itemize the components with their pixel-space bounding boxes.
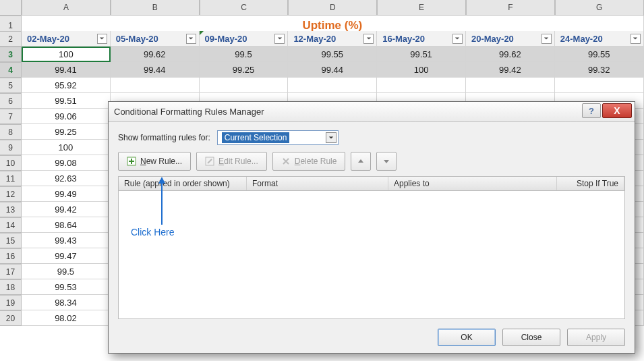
cell[interactable]: 99.55 bbox=[555, 47, 644, 62]
col-format: Format bbox=[247, 177, 388, 190]
row-header-20[interactable]: 20 bbox=[0, 310, 22, 326]
filter-button[interactable] bbox=[363, 34, 374, 44]
move-up-button[interactable] bbox=[351, 152, 371, 171]
cell[interactable]: 99.5 bbox=[200, 47, 289, 62]
cell[interactable]: 98.64 bbox=[22, 217, 111, 233]
ok-button[interactable]: OK bbox=[438, 329, 496, 346]
dialog-titlebar[interactable]: Conditional Formatting Rules Manager ? X bbox=[109, 102, 635, 122]
cell[interactable]: 99.47 bbox=[22, 248, 111, 264]
cell-a3[interactable]: 100 bbox=[22, 47, 111, 62]
row-header-18[interactable]: 18 bbox=[0, 279, 22, 295]
cell[interactable]: 99.43 bbox=[22, 233, 111, 248]
cell[interactable] bbox=[377, 78, 466, 93]
col-header-f[interactable]: F bbox=[466, 0, 555, 16]
filter-button[interactable] bbox=[186, 34, 196, 44]
select-all-corner[interactable] bbox=[0, 0, 22, 16]
date-header[interactable]: 24-May-20 bbox=[555, 31, 644, 47]
col-header-d[interactable]: D bbox=[288, 0, 377, 16]
date-label: 24-May-20 bbox=[560, 34, 603, 44]
chevron-down-icon[interactable] bbox=[326, 132, 336, 143]
cell[interactable] bbox=[288, 78, 377, 93]
help-button[interactable]: ? bbox=[582, 103, 601, 118]
cell[interactable]: 99.42 bbox=[22, 202, 111, 217]
cell[interactable]: 99.5 bbox=[22, 264, 111, 279]
filter-button[interactable] bbox=[541, 34, 552, 44]
cell[interactable]: 99.25 bbox=[200, 62, 289, 78]
cell[interactable]: 99.08 bbox=[22, 155, 111, 171]
cell[interactable]: 99.49 bbox=[22, 186, 111, 202]
row-header-16[interactable]: 16 bbox=[0, 248, 22, 264]
date-header[interactable]: 02-May-20 bbox=[22, 31, 111, 47]
row-header-5[interactable]: 5 bbox=[0, 78, 22, 93]
cell[interactable]: 99.62 bbox=[111, 47, 200, 62]
rules-list[interactable] bbox=[118, 191, 625, 319]
col-stop: Stop If True bbox=[557, 177, 624, 190]
col-header-b[interactable]: B bbox=[111, 0, 200, 16]
cell[interactable]: 99.44 bbox=[288, 62, 377, 78]
col-applies: Applies to bbox=[388, 177, 557, 190]
edit-rule-button[interactable]: Edit Rule... bbox=[196, 152, 267, 171]
filter-button[interactable] bbox=[452, 34, 463, 44]
cell[interactable]: 99.51 bbox=[22, 93, 111, 109]
row-header-17[interactable]: 17 bbox=[0, 264, 22, 279]
conditional-formatting-dialog: Conditional Formatting Rules Manager ? X… bbox=[108, 101, 635, 354]
row-header-15[interactable]: 15 bbox=[0, 233, 22, 248]
date-header[interactable]: 05-May-20 bbox=[111, 31, 200, 47]
row-header-11[interactable]: 11 bbox=[0, 171, 22, 186]
close-icon[interactable]: X bbox=[602, 103, 632, 118]
row-header-2[interactable]: 2 bbox=[0, 31, 22, 47]
row-header-7[interactable]: 7 bbox=[0, 109, 22, 124]
row-header-6[interactable]: 6 bbox=[0, 93, 22, 109]
close-button[interactable]: Close bbox=[502, 329, 560, 346]
cell[interactable]: 95.92 bbox=[22, 78, 111, 93]
row-header-9[interactable]: 9 bbox=[0, 140, 22, 155]
row-header-4[interactable]: 4 bbox=[0, 62, 22, 78]
cell[interactable]: 99.53 bbox=[22, 279, 111, 295]
new-rule-icon bbox=[127, 157, 136, 166]
cell[interactable] bbox=[466, 78, 555, 93]
cell[interactable]: 99.51 bbox=[377, 47, 466, 62]
cell[interactable]: 100 bbox=[22, 140, 111, 155]
date-label: 12-May-20 bbox=[293, 34, 336, 44]
new-rule-button[interactable]: New Rule... bbox=[118, 152, 191, 171]
cell[interactable]: 98.34 bbox=[22, 295, 111, 310]
cell[interactable]: 99.62 bbox=[466, 47, 555, 62]
date-header[interactable]: 20-May-20 bbox=[466, 31, 555, 47]
row-header-8[interactable]: 8 bbox=[0, 124, 22, 140]
cell[interactable]: 99.44 bbox=[111, 62, 200, 78]
row-header-14[interactable]: 14 bbox=[0, 217, 22, 233]
cell[interactable] bbox=[555, 78, 644, 93]
apply-button[interactable]: Apply bbox=[567, 329, 625, 346]
date-header[interactable]: 09-May-20 bbox=[200, 31, 289, 47]
col-header-c[interactable]: C bbox=[200, 0, 289, 16]
delete-rule-label: Delete Rule bbox=[295, 157, 337, 166]
cell[interactable]: 99.42 bbox=[466, 62, 555, 78]
col-header-a[interactable]: A bbox=[22, 0, 111, 16]
filter-button[interactable] bbox=[97, 34, 107, 44]
filter-button[interactable] bbox=[631, 34, 641, 44]
row-header-12[interactable]: 12 bbox=[0, 186, 22, 202]
delete-rule-button[interactable]: Delete Rule bbox=[272, 152, 346, 171]
date-label: 20-May-20 bbox=[471, 34, 514, 44]
row-header-10[interactable]: 10 bbox=[0, 155, 22, 171]
cell[interactable]: 98.02 bbox=[22, 310, 111, 326]
cell[interactable]: 99.25 bbox=[22, 124, 111, 140]
col-header-g[interactable]: G bbox=[555, 0, 644, 16]
cell[interactable]: 99.55 bbox=[288, 47, 377, 62]
date-header[interactable]: 12-May-20 bbox=[288, 31, 377, 47]
cell[interactable]: 99.06 bbox=[22, 109, 111, 124]
row-header-19[interactable]: 19 bbox=[0, 295, 22, 310]
move-down-button[interactable] bbox=[376, 152, 397, 171]
row-header-13[interactable]: 13 bbox=[0, 202, 22, 217]
date-header[interactable]: 16-May-20 bbox=[377, 31, 466, 47]
filter-button[interactable] bbox=[274, 34, 285, 44]
cell[interactable]: 100 bbox=[377, 62, 466, 78]
show-for-select[interactable]: Current Selection bbox=[217, 130, 339, 145]
cell[interactable]: 92.63 bbox=[22, 171, 111, 186]
cell[interactable]: 99.41 bbox=[22, 62, 111, 78]
row-header-3[interactable]: 3 bbox=[0, 47, 22, 62]
cell[interactable]: 99.32 bbox=[555, 62, 644, 78]
col-header-e[interactable]: E bbox=[377, 0, 466, 16]
cell[interactable] bbox=[200, 78, 289, 93]
cell[interactable] bbox=[111, 78, 200, 93]
